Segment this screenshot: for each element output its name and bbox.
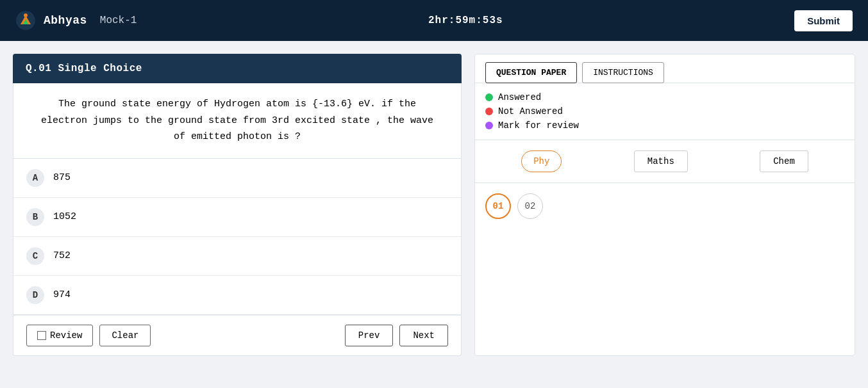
review-button[interactable]: Review <box>26 325 93 346</box>
bottom-bar: Review Clear Prev Next <box>13 315 462 356</box>
option-c-value: 752 <box>53 250 71 261</box>
not-answered-label: Not Answered <box>498 106 563 117</box>
question-header: Q.01 Single Choice <box>13 54 462 83</box>
options-container: A 875 B 1052 C 752 D 974 <box>13 159 462 315</box>
legend-answered: Answered <box>485 92 844 102</box>
subject-tab-chem[interactable]: Chem <box>760 150 808 172</box>
mark-review-dot <box>485 122 493 129</box>
option-c-letter: C <box>26 247 44 265</box>
bottom-right: Prev Next <box>345 325 448 346</box>
question-text: The ground state energy of Hydrogen atom… <box>41 99 433 142</box>
question-number: Q.01 <box>26 63 51 74</box>
option-d-value: 974 <box>53 289 71 300</box>
option-d-letter: D <box>26 286 44 304</box>
option-d[interactable]: D 974 <box>13 276 461 314</box>
option-b-letter: B <box>26 208 44 226</box>
option-c[interactable]: C 752 <box>13 237 461 276</box>
timer: 2hr:59m:53s <box>428 15 503 26</box>
submit-button[interactable]: Submit <box>794 10 853 31</box>
legend: Answered Not Answered Mark for review <box>475 83 855 140</box>
not-answered-dot <box>485 108 493 115</box>
svg-point-1 <box>24 13 28 17</box>
q-num-01[interactable]: 01 <box>485 193 511 219</box>
option-a-letter: A <box>26 169 44 187</box>
right-panel: QUESTION PAPER INSTRUCTIONS Answered Not… <box>474 54 855 356</box>
prev-button[interactable]: Prev <box>345 325 394 346</box>
tabs-row: QUESTION PAPER INSTRUCTIONS <box>475 54 855 83</box>
header-left: Abhyas Mock-1 <box>15 10 137 31</box>
answered-label: Answered <box>498 92 541 102</box>
option-b[interactable]: B 1052 <box>13 198 461 237</box>
answered-dot <box>485 93 493 101</box>
option-b-value: 1052 <box>53 211 76 222</box>
logo-icon <box>15 10 36 31</box>
question-numbers: 01 02 <box>475 183 855 229</box>
next-button[interactable]: Next <box>399 325 448 346</box>
subject-tabs: Phy Maths Chem <box>475 140 855 183</box>
review-checkbox <box>37 331 46 340</box>
q-num-02[interactable]: 02 <box>517 193 543 219</box>
tab-instructions[interactable]: INSTRUCTIONS <box>582 62 664 83</box>
option-a-value: 875 <box>53 172 71 183</box>
question-body: The ground state energy of Hydrogen atom… <box>13 83 462 159</box>
tab-question-paper[interactable]: QUESTION PAPER <box>485 62 577 83</box>
clear-button[interactable]: Clear <box>99 325 151 346</box>
mock-label: Mock-1 <box>100 15 137 26</box>
subject-tab-maths[interactable]: Maths <box>634 150 688 172</box>
bottom-left: Review Clear <box>26 325 151 346</box>
option-a[interactable]: A 875 <box>13 159 461 198</box>
subject-tab-phy[interactable]: Phy <box>521 150 562 172</box>
app-name: Abhyas <box>44 14 87 27</box>
legend-not-answered: Not Answered <box>485 106 844 117</box>
mark-review-label: Mark for review <box>498 120 579 131</box>
review-label: Review <box>50 330 82 341</box>
question-type: Single Choice <box>58 63 142 74</box>
left-panel: Q.01 Single Choice The ground state ener… <box>13 54 462 356</box>
main-content: Q.01 Single Choice The ground state ener… <box>0 41 868 369</box>
header: Abhyas Mock-1 2hr:59m:53s Submit <box>0 0 868 41</box>
legend-mark-review: Mark for review <box>485 120 844 131</box>
